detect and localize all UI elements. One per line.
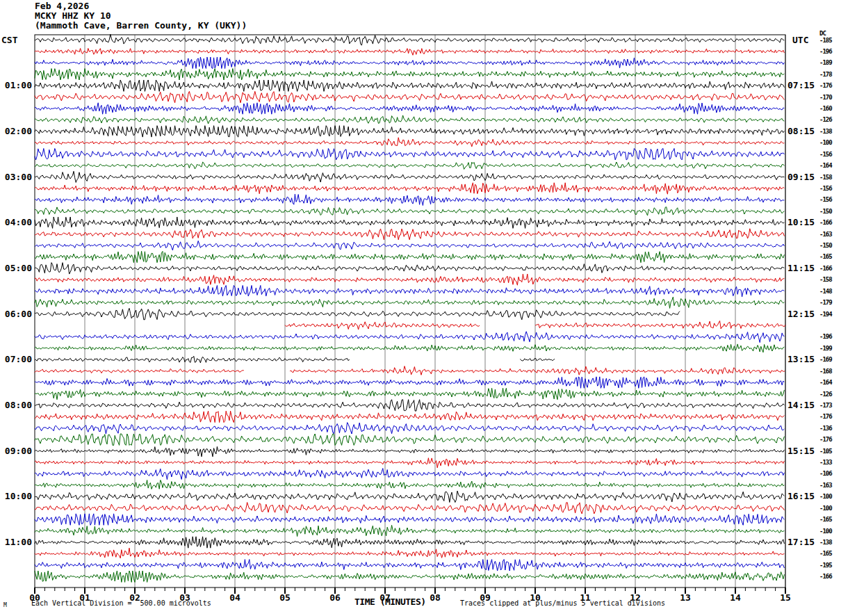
corner-mark: M <box>3 602 7 608</box>
trace-row-20 <box>35 251 784 262</box>
trace-row-5 <box>35 80 784 91</box>
dc-offset-value: -166 <box>819 219 832 226</box>
right-hour-label: 12:15 <box>787 309 815 319</box>
dc-offset-value: -158 <box>819 276 832 283</box>
trace-row-4 <box>35 69 784 80</box>
dc-offset-value: -173 <box>819 402 832 409</box>
trace-row-12 <box>35 162 784 169</box>
left-hour-label: 11:00 <box>0 537 32 547</box>
dc-offset-value: -166 <box>819 573 832 580</box>
trace-row-7 <box>35 103 784 114</box>
dc-offset-value: -100 <box>819 493 832 500</box>
dc-offset-value: -148 <box>819 288 832 295</box>
dc-offset-value: -126 <box>819 391 832 398</box>
trace-row-14 <box>35 183 784 194</box>
trace-row-25 <box>35 308 680 319</box>
dc-offset-value: -169 <box>819 356 832 363</box>
dc-offset-value: -133 <box>819 459 832 466</box>
left-hour-label: 08:00 <box>0 400 32 410</box>
trace-row-28 <box>35 344 784 352</box>
dc-offset-value: -100 <box>819 505 832 512</box>
dc-offset-value: -176 <box>819 82 832 89</box>
dc-offset-value: -199 <box>819 345 832 352</box>
x-tick-label: 13 <box>675 592 696 603</box>
x-tick-label: 15 <box>775 592 796 603</box>
right-hour-label: 17:15 <box>787 537 815 547</box>
dc-offset-value: -170 <box>819 94 832 101</box>
right-hour-label: 14:15 <box>787 400 815 410</box>
left-hour-label: 07:00 <box>0 354 32 364</box>
x-axis-title: TIME (MINUTES) <box>354 597 426 607</box>
right-hour-label: 09:15 <box>787 172 815 182</box>
x-tick-label: 05 <box>275 592 295 603</box>
dc-offset-value: -100 <box>819 528 832 535</box>
trace-row-44 <box>35 525 784 536</box>
dc-offset-value: -136 <box>819 425 832 432</box>
trace-row-27 <box>35 332 784 343</box>
trace-row-3 <box>35 57 784 68</box>
dc-offset-value: -178 <box>819 71 832 78</box>
left-hour-label: 01:00 <box>0 80 32 90</box>
dc-offset-value: -176 <box>819 413 832 420</box>
trace-row-39 <box>35 469 784 480</box>
left-hour-label: 09:00 <box>0 446 32 456</box>
trace-row-40 <box>35 480 784 489</box>
dc-offset-value: -194 <box>819 311 832 318</box>
trace-row-36 <box>35 434 784 445</box>
right-hour-label: 16:15 <box>787 491 815 501</box>
trace-row-2 <box>35 49 784 56</box>
trace-row-35 <box>35 423 784 434</box>
trace-row-23 <box>35 286 784 297</box>
trace-row-8 <box>35 115 784 124</box>
trace-row-47 <box>35 560 784 571</box>
left-hour-label: 03:00 <box>0 172 32 182</box>
trace-row-42 <box>35 503 784 514</box>
dc-offset-value: -166 <box>819 265 832 272</box>
dc-offset-value: -150 <box>819 242 832 249</box>
trace-row-21 <box>35 263 784 274</box>
dc-offset-value: -185 <box>819 37 832 44</box>
dc-offset-value: -160 <box>819 105 832 112</box>
right-hour-label: 13:15 <box>787 354 815 364</box>
trace-row-31 <box>35 377 784 388</box>
trace-row-11 <box>35 149 784 160</box>
dc-offset-value: -196 <box>819 48 832 55</box>
right-hour-label: 10:15 <box>787 217 815 227</box>
dc-offset-value: -189 <box>819 59 832 66</box>
trace-row-17 <box>35 217 784 228</box>
dc-offset-value: -138 <box>819 539 832 546</box>
dc-offset-value: -163 <box>819 482 832 489</box>
dc-offset-value: -156 <box>819 185 832 192</box>
dc-offset-value: -150 <box>819 208 832 215</box>
dc-offset-value: -156 <box>819 151 832 158</box>
trace-row-41 <box>35 491 784 502</box>
trace-row-6 <box>35 91 784 102</box>
x-tick-label: 08 <box>425 592 446 603</box>
trace-row-29 <box>520 359 555 362</box>
trace-row-26 <box>285 322 480 330</box>
trace-row-19 <box>35 241 784 250</box>
dc-offset-value: -164 <box>819 162 832 169</box>
trace-row-16 <box>35 207 784 216</box>
helicorder-page: Feb 4,2026 MCKY HHZ KY 10 (Mammoth Cave,… <box>0 0 841 616</box>
dc-offset-value: -138 <box>819 128 832 135</box>
left-hour-label: 02:00 <box>0 126 32 136</box>
trace-row-24 <box>35 297 784 308</box>
right-hour-label: 11:15 <box>787 263 815 273</box>
trace-row-22 <box>35 274 784 285</box>
dc-offset-value: -168 <box>819 368 832 375</box>
dc-offset-value: -179 <box>819 299 832 306</box>
trace-row-37 <box>35 446 784 456</box>
dc-offset-value: -105 <box>819 448 832 455</box>
trace-row-43 <box>35 514 784 525</box>
trace-row-30 <box>290 366 785 375</box>
trace-row-13 <box>35 171 784 182</box>
dc-offset-value: -106 <box>819 470 832 477</box>
dc-offset-value: -158 <box>819 174 832 181</box>
x-tick-label: 04 <box>224 592 245 603</box>
left-hour-label: 06:00 <box>0 309 32 319</box>
trace-row-26 <box>535 321 785 330</box>
dc-offset-value: -165 <box>819 550 832 557</box>
trace-row-18 <box>35 229 784 240</box>
trace-row-1 <box>35 34 784 45</box>
